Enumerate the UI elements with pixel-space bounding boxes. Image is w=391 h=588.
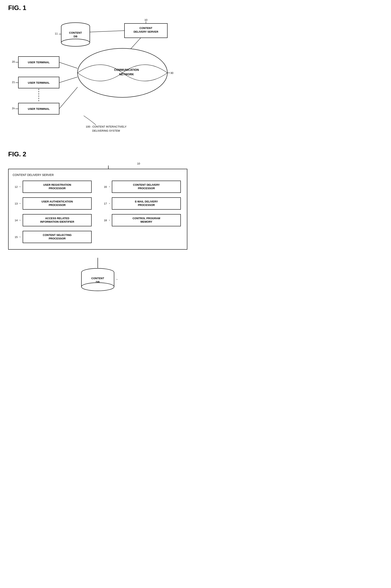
svg-text:DB: DB: [74, 35, 78, 38]
component-row-16: CONTENT DELIVERYPROCESSOR ~ 16: [104, 181, 181, 193]
ref-17: 17: [104, 202, 107, 205]
fig2-content-db: CONTENT DB ~ 11: [8, 268, 187, 293]
svg-text:10: 10: [144, 18, 147, 21]
svg-text:DB: DB: [96, 281, 100, 284]
server-title: CONTENT DELIVERY SERVER: [13, 173, 183, 177]
ref-15: 15: [15, 236, 17, 239]
svg-text:NETWORK: NETWORK: [119, 73, 134, 76]
svg-text:30: 30: [170, 71, 173, 75]
component-row-13: 13 ~ USER AUTHENTICATIONPROCESSOR: [15, 197, 92, 210]
fig1-svg: CONTENT DB 11 CONTENT DELIVERY SERVER 10…: [8, 16, 188, 142]
svg-text:COMMUNICATION: COMMUNICATION: [114, 68, 139, 71]
component-row-14: 14 ~ ACCESS RELATEDINFORMATION IDENTIFIE…: [15, 214, 92, 226]
fig2-section: FIG. 2 10 CONTENT DELIVERY SERVER 12 ~ U…: [8, 150, 187, 293]
svg-line-14: [90, 31, 124, 32]
component-row-18: CONTROL PROGRAMMEMORY ~ 18: [104, 214, 181, 226]
ref-12: 12: [15, 185, 17, 188]
svg-text:~ 11: ~ 11: [116, 278, 118, 281]
component-row-17: E-MAIL DELIVERYPROCESSOR ~ 17: [104, 197, 181, 210]
component-row-12: 12 ~ USER REGISTRATIONPROCESSOR: [15, 181, 92, 193]
svg-line-25: [59, 62, 78, 68]
svg-text:USER TERMINAL: USER TERMINAL: [28, 81, 50, 84]
ref-18: 18: [104, 219, 107, 222]
user-registration-processor: USER REGISTRATIONPROCESSOR: [23, 181, 92, 193]
ref-14: 14: [15, 219, 17, 222]
svg-line-20: [131, 38, 141, 49]
ref-13: 13: [15, 202, 17, 205]
fig1-label: FIG. 1: [8, 4, 187, 12]
svg-text:USER TERMINAL: USER TERMINAL: [28, 61, 50, 64]
svg-text:20: 20: [12, 60, 15, 63]
svg-text:21: 21: [12, 81, 15, 84]
email-delivery-processor: E-MAIL DELIVERYPROCESSOR: [112, 197, 181, 210]
ref-16: 16: [104, 185, 107, 188]
fig2-label: FIG. 2: [8, 150, 187, 158]
fig1-section: FIG. 1 CONTENT DB 11 CONTENT DELIVERY SE…: [8, 4, 187, 142]
control-program-memory: CONTROL PROGRAMMEMORY: [112, 214, 181, 226]
access-related-info-identifier: ACCESS RELATEDINFORMATION IDENTIFIER: [23, 214, 92, 226]
svg-line-36: [59, 87, 78, 109]
svg-text:2n: 2n: [12, 107, 15, 110]
svg-text:11: 11: [55, 32, 58, 35]
svg-text:CONTENT: CONTENT: [140, 26, 152, 30]
svg-text:100 : CONTENT INTERACTIVELY: 100 : CONTENT INTERACTIVELY: [86, 125, 126, 128]
svg-point-43: [82, 283, 114, 291]
svg-point-4: [61, 39, 90, 46]
svg-text:USER TERMINAL: USER TERMINAL: [28, 107, 50, 110]
fig1-diagram: CONTENT DB 11 CONTENT DELIVERY SERVER 10…: [8, 16, 187, 142]
fig2-server-ref: 10: [90, 162, 187, 165]
content-selecting-processor: CONTENT SELECTINGPROCESSOR: [23, 231, 92, 243]
svg-line-30: [59, 77, 78, 83]
fig2-db-svg: CONTENT DB ~ 11: [77, 268, 118, 293]
svg-text:DELIVERY SERVER: DELIVERY SERVER: [133, 30, 158, 33]
svg-text:CONTENT: CONTENT: [69, 31, 82, 34]
svg-text:CONTENT: CONTENT: [92, 277, 104, 280]
svg-text:DELIVERING SYSTEM: DELIVERING SYSTEM: [92, 129, 120, 132]
server-box: CONTENT DELIVERY SERVER 12 ~ USER REGIST…: [8, 169, 187, 250]
user-authentication-processor: USER AUTHENTICATIONPROCESSOR: [23, 197, 92, 210]
content-delivery-processor: CONTENT DELIVERYPROCESSOR: [112, 181, 181, 193]
component-row-15: 15 ~ CONTENT SELECTINGPROCESSOR: [15, 231, 92, 243]
